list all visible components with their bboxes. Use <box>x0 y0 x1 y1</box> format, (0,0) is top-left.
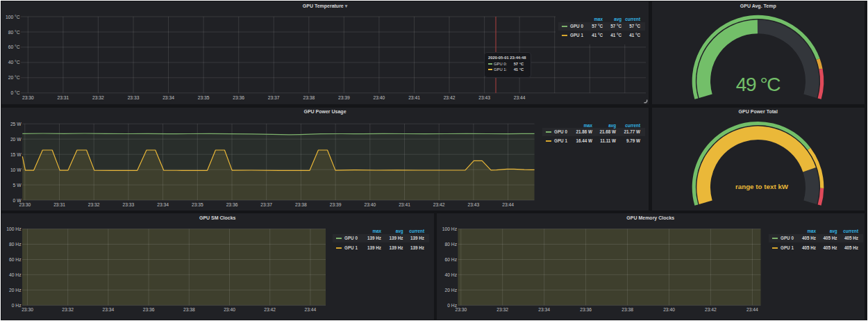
svg-text:0 °C: 0 °C <box>10 90 19 95</box>
svg-text:23:32: 23:32 <box>496 307 508 312</box>
svg-text:23:30: 23:30 <box>19 201 31 206</box>
svg-text:23:31: 23:31 <box>58 95 69 100</box>
svg-text:23:36: 23:36 <box>233 95 244 100</box>
svg-text:60 Hz: 60 Hz <box>444 257 457 262</box>
svg-text:23:34: 23:34 <box>538 307 550 312</box>
svg-text:5 W: 5 W <box>13 182 22 187</box>
svg-text:23:34: 23:34 <box>162 95 174 100</box>
svg-text:23:39: 23:39 <box>338 95 350 100</box>
svg-text:23:35: 23:35 <box>192 201 203 206</box>
svg-text:23:36: 23:36 <box>143 307 155 312</box>
svg-text:23:32: 23:32 <box>92 95 104 100</box>
svg-text:40 °C: 40 °C <box>8 60 20 65</box>
svg-text:23:42: 23:42 <box>705 307 717 312</box>
svg-text:23:34: 23:34 <box>103 307 115 312</box>
svg-text:25 W: 25 W <box>10 121 22 126</box>
svg-text:80 Hz: 80 Hz <box>9 242 22 247</box>
svg-text:20 Hz: 20 Hz <box>444 288 457 293</box>
svg-text:100 Hz: 100 Hz <box>442 227 457 231</box>
svg-text:23:40: 23:40 <box>364 201 376 206</box>
svg-text:23:31: 23:31 <box>53 201 65 206</box>
svg-text:40 Hz: 40 Hz <box>9 272 22 277</box>
svg-text:23:42: 23:42 <box>264 307 276 312</box>
svg-text:20 Hz: 20 Hz <box>9 288 22 293</box>
svg-text:23:37: 23:37 <box>268 95 280 100</box>
svg-text:23:40: 23:40 <box>663 307 675 312</box>
svg-text:23:33: 23:33 <box>123 201 135 206</box>
svg-text:10 W: 10 W <box>10 167 22 172</box>
svg-text:23:41: 23:41 <box>399 201 410 206</box>
svg-text:23:42: 23:42 <box>433 201 445 206</box>
svg-text:23:43: 23:43 <box>468 201 480 206</box>
svg-text:23:35: 23:35 <box>198 95 210 100</box>
svg-text:23:32: 23:32 <box>88 201 100 206</box>
svg-text:23:43: 23:43 <box>478 95 490 100</box>
svg-text:range to text kW: range to text kW <box>735 183 788 190</box>
svg-text:80 °C: 80 °C <box>8 30 20 35</box>
svg-text:23:40: 23:40 <box>224 307 235 312</box>
svg-text:23:30: 23:30 <box>22 95 34 100</box>
svg-text:23:44: 23:44 <box>502 201 514 206</box>
svg-text:23:44: 23:44 <box>514 95 526 100</box>
svg-text:80 Hz: 80 Hz <box>444 242 457 247</box>
svg-text:23:33: 23:33 <box>128 95 140 100</box>
svg-text:23:36: 23:36 <box>226 201 238 206</box>
svg-text:0 Hz: 0 Hz <box>12 303 22 308</box>
svg-text:100 Hz: 100 Hz <box>6 227 22 231</box>
svg-text:23:38: 23:38 <box>295 201 307 206</box>
svg-text:60 Hz: 60 Hz <box>9 257 22 262</box>
svg-text:23:41: 23:41 <box>408 95 420 100</box>
svg-text:23:38: 23:38 <box>303 95 315 100</box>
svg-text:23:32: 23:32 <box>62 307 74 312</box>
svg-text:23:39: 23:39 <box>330 201 342 206</box>
svg-text:23:40: 23:40 <box>374 95 385 100</box>
svg-text:23:36: 23:36 <box>580 307 592 312</box>
svg-text:40 Hz: 40 Hz <box>444 272 457 277</box>
svg-text:23:38: 23:38 <box>621 307 633 312</box>
svg-text:23:34: 23:34 <box>157 201 169 206</box>
svg-text:20 °C: 20 °C <box>8 75 20 80</box>
svg-text:60 °C: 60 °C <box>8 44 20 49</box>
svg-text:49 °C: 49 °C <box>735 74 781 95</box>
svg-text:23:44: 23:44 <box>305 307 317 312</box>
svg-text:23:44: 23:44 <box>746 307 758 312</box>
svg-text:23:30: 23:30 <box>455 307 467 312</box>
svg-text:23:42: 23:42 <box>444 95 456 100</box>
svg-text:23:38: 23:38 <box>183 307 195 312</box>
svg-text:23:37: 23:37 <box>260 201 272 206</box>
svg-text:100 °C: 100 °C <box>6 15 20 19</box>
svg-text:20 W: 20 W <box>10 136 22 141</box>
svg-text:23:30: 23:30 <box>22 307 33 312</box>
svg-text:15 W: 15 W <box>10 151 22 156</box>
